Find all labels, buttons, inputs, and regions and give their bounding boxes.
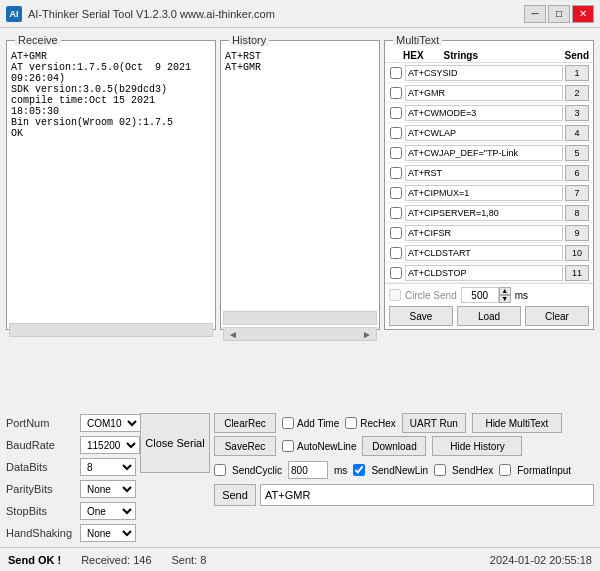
mt-check-6[interactable] bbox=[389, 167, 403, 179]
mt-str-3[interactable] bbox=[405, 105, 563, 121]
format-input-label: FormatInput bbox=[517, 465, 571, 476]
mt-row-11: 11 bbox=[385, 263, 593, 283]
mt-row-3: 3 bbox=[385, 103, 593, 123]
databits-select[interactable]: 8 bbox=[80, 458, 136, 476]
stopbits-select[interactable]: One bbox=[80, 502, 136, 520]
mt-row-6: 6 bbox=[385, 163, 593, 183]
handshaking-select[interactable]: None bbox=[80, 524, 136, 542]
mt-rows: 1 2 3 4 bbox=[385, 63, 593, 283]
mt-send-btn-5[interactable]: 5 bbox=[565, 145, 589, 161]
close-button[interactable]: ✕ bbox=[572, 5, 594, 23]
mt-row-5: 5 bbox=[385, 143, 593, 163]
mt-str-9[interactable] bbox=[405, 225, 563, 241]
app-title: AI-Thinker Serial Tool V1.2.3.0 www.ai-t… bbox=[28, 8, 275, 20]
rec-hex-checkbox[interactable] bbox=[345, 417, 357, 429]
hide-history-button[interactable]: Hide History bbox=[432, 436, 522, 456]
send-cyclic-label: SendCyclic bbox=[232, 465, 282, 476]
baudrate-select[interactable]: 115200 bbox=[80, 436, 140, 454]
uart-run-button[interactable]: UART Run bbox=[402, 413, 466, 433]
mt-row-2: 2 bbox=[385, 83, 593, 103]
mt-row-7: 7 bbox=[385, 183, 593, 203]
mt-send-btn-1[interactable]: 1 bbox=[565, 65, 589, 81]
mt-check-11[interactable] bbox=[389, 267, 403, 279]
mt-row-9: 9 bbox=[385, 223, 593, 243]
send-cyclic-ms: ms bbox=[334, 465, 347, 476]
paritybits-select[interactable]: None bbox=[80, 480, 136, 498]
mt-str-11[interactable] bbox=[405, 265, 563, 281]
mt-str-1[interactable] bbox=[405, 65, 563, 81]
mt-check-3[interactable] bbox=[389, 107, 403, 119]
mt-send-btn-11[interactable]: 11 bbox=[565, 265, 589, 281]
status-bar: Send OK ! Received: 146 Sent: 8 2024-01-… bbox=[0, 547, 600, 571]
hide-multitext-button[interactable]: Hide MultiText bbox=[472, 413, 562, 433]
mt-send-header: Send bbox=[565, 50, 589, 61]
send-newline-checkbox[interactable] bbox=[353, 464, 365, 476]
mt-row-10: 10 bbox=[385, 243, 593, 263]
send-input[interactable] bbox=[260, 484, 594, 506]
mt-send-btn-8[interactable]: 8 bbox=[565, 205, 589, 221]
mt-str-7[interactable] bbox=[405, 185, 563, 201]
mt-str-2[interactable] bbox=[405, 85, 563, 101]
stopbits-label: StopBits bbox=[6, 505, 76, 517]
mt-row-1: 1 bbox=[385, 63, 593, 83]
title-bar: AI AI-Thinker Serial Tool V1.2.3.0 www.a… bbox=[0, 0, 600, 28]
circle-send-checkbox[interactable] bbox=[389, 289, 401, 301]
mt-check-9[interactable] bbox=[389, 227, 403, 239]
send-newline-label: SendNewLin bbox=[371, 465, 428, 476]
circle-send-input[interactable] bbox=[461, 287, 499, 303]
mt-send-btn-10[interactable]: 10 bbox=[565, 245, 589, 261]
received-status: Received: 146 bbox=[81, 554, 151, 566]
history-textarea[interactable] bbox=[221, 47, 379, 309]
auto-newline-label: AutoNewLine bbox=[297, 441, 356, 452]
mt-str-8[interactable] bbox=[405, 205, 563, 221]
format-input-checkbox[interactable] bbox=[499, 464, 511, 476]
mt-send-btn-4[interactable]: 4 bbox=[565, 125, 589, 141]
mt-check-1[interactable] bbox=[389, 67, 403, 79]
mt-row-8: 8 bbox=[385, 203, 593, 223]
mt-clear-btn[interactable]: Clear bbox=[525, 306, 589, 326]
history-label: History bbox=[229, 34, 269, 46]
mt-check-4[interactable] bbox=[389, 127, 403, 139]
close-serial-button[interactable]: Close Serial bbox=[140, 413, 210, 473]
multitext-label: MultiText bbox=[393, 34, 442, 46]
add-time-checkbox[interactable] bbox=[282, 417, 294, 429]
send-cyclic-checkbox[interactable] bbox=[214, 464, 226, 476]
minimize-button[interactable]: ─ bbox=[524, 5, 546, 23]
mt-str-6[interactable] bbox=[405, 165, 563, 181]
send-cyclic-input[interactable] bbox=[288, 461, 328, 479]
auto-newline-checkbox[interactable] bbox=[282, 440, 294, 452]
spin-up-btn[interactable]: ▲ bbox=[499, 287, 511, 295]
mt-check-5[interactable] bbox=[389, 147, 403, 159]
send-hex-checkbox[interactable] bbox=[434, 464, 446, 476]
mt-check-8[interactable] bbox=[389, 207, 403, 219]
spin-down-btn[interactable]: ▼ bbox=[499, 295, 511, 303]
mt-send-btn-7[interactable]: 7 bbox=[565, 185, 589, 201]
mt-send-btn-9[interactable]: 9 bbox=[565, 225, 589, 241]
clear-rec-button[interactable]: ClearRec bbox=[214, 413, 276, 433]
maximize-button[interactable]: □ bbox=[548, 5, 570, 23]
mt-send-btn-6[interactable]: 6 bbox=[565, 165, 589, 181]
handshaking-label: HandShaking bbox=[6, 527, 76, 539]
receive-textarea[interactable] bbox=[7, 47, 215, 321]
download-button[interactable]: Download bbox=[362, 436, 426, 456]
send-button[interactable]: Send bbox=[214, 484, 256, 506]
circle-send-ms: ms bbox=[515, 290, 528, 301]
mt-check-2[interactable] bbox=[389, 87, 403, 99]
save-rec-button[interactable]: SaveRec bbox=[214, 436, 276, 456]
receive-label: Receive bbox=[15, 34, 61, 46]
databits-label: DataBits bbox=[6, 461, 76, 473]
mt-str-10[interactable] bbox=[405, 245, 563, 261]
sent-status: Sent: 8 bbox=[172, 554, 207, 566]
portnum-select[interactable]: COM10 bbox=[80, 414, 141, 432]
add-time-label: Add Time bbox=[297, 418, 339, 429]
mt-row-4: 4 bbox=[385, 123, 593, 143]
mt-save-btn[interactable]: Save bbox=[389, 306, 453, 326]
mt-check-7[interactable] bbox=[389, 187, 403, 199]
mt-str-5[interactable] bbox=[405, 145, 563, 161]
mt-load-btn[interactable]: Load bbox=[457, 306, 521, 326]
mt-send-btn-2[interactable]: 2 bbox=[565, 85, 589, 101]
mt-check-10[interactable] bbox=[389, 247, 403, 259]
mt-send-btn-3[interactable]: 3 bbox=[565, 105, 589, 121]
send-hex-label: SendHex bbox=[452, 465, 493, 476]
mt-str-4[interactable] bbox=[405, 125, 563, 141]
